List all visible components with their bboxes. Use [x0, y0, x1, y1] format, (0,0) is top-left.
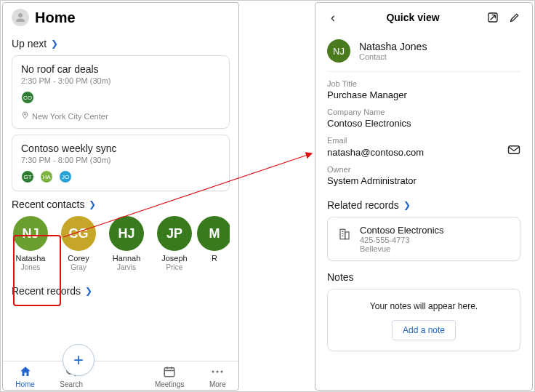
attendee-avatar: CO [21, 91, 34, 104]
field-label: Company Name [327, 108, 520, 116]
svg-point-8 [217, 371, 219, 373]
building-icon [337, 226, 353, 242]
field-job-title: Job Title Purchase Manager [327, 79, 520, 100]
contact-avatar: JP [157, 216, 192, 251]
tab-label: Search [60, 380, 83, 388]
field-value: Contoso Electronics [327, 118, 520, 129]
person-icon [14, 11, 27, 24]
pin-icon [21, 111, 29, 121]
contact-item-hannah[interactable]: HJ Hannah Jarvis [108, 216, 145, 272]
related-title: Contoso Electronics [360, 225, 444, 236]
field-label: Job Title [327, 79, 520, 88]
contact-item-natasha[interactable]: NJ Natasha Jones [12, 216, 49, 272]
tab-more[interactable]: More [209, 364, 226, 388]
svg-point-7 [212, 371, 214, 373]
contact-item-corey[interactable]: CG Corey Gray [60, 216, 97, 272]
plus-icon: + [73, 350, 84, 370]
tab-bar: + Home Search Meetings More [3, 361, 238, 390]
related-city: Bellevue [360, 244, 444, 253]
contact-header: NJ Natasha Jones Contact [327, 35, 520, 72]
contact-last: Jarvis [117, 263, 136, 272]
contact-last: Price [166, 263, 183, 272]
upnext-label: Up next [12, 38, 47, 49]
tab-label: Meetings [155, 380, 185, 388]
related-phone: 425-555-4773 [360, 236, 444, 244]
contact-avatar: M [197, 216, 230, 251]
field-value: natasha@contoso.com [327, 147, 424, 158]
home-screen: Home Up next ❯ No roof car deals 2:30 PM… [2, 2, 239, 391]
tab-label: More [209, 380, 226, 388]
home-header: Home [3, 3, 238, 31]
svg-rect-13 [345, 232, 349, 239]
related-record-card[interactable]: Contoso Electronics 425-555-4773 Bellevu… [327, 217, 520, 261]
contact-first: Hannah [113, 254, 141, 263]
contacts-row: NJ Natasha Jones CG Corey Gray HJ Hannah… [12, 216, 230, 272]
tab-meetings[interactable]: Meetings [155, 364, 185, 388]
notes-label: Notes [327, 271, 354, 283]
home-icon [18, 364, 33, 379]
add-button[interactable]: + [63, 344, 94, 376]
page-title: Home [35, 9, 76, 26]
field-value: Purchase Manager [327, 89, 520, 100]
recent-contacts-header[interactable]: Recent contacts ❯ [12, 199, 230, 210]
attendee-avatar: GT [21, 170, 34, 183]
field-label: Email [327, 136, 520, 145]
field-owner: Owner System Administrator [327, 165, 520, 186]
field-value: System Administrator [327, 175, 520, 186]
contact-first: R [212, 254, 217, 263]
contact-first: Natasha [16, 254, 46, 263]
upnext-header[interactable]: Up next ❯ [12, 38, 230, 49]
user-avatar[interactable] [12, 9, 29, 26]
chevron-right-icon: ❯ [85, 286, 92, 296]
meeting-time: 2:30 PM - 3:00 PM (30m) [21, 76, 220, 85]
quick-view-title: Quick view [347, 12, 478, 23]
contact-last: Jones [21, 263, 41, 272]
contact-avatar: NJ [13, 216, 48, 251]
notes-card: Your notes will appear here. Add a note [327, 289, 520, 351]
meeting-card[interactable]: Contoso weekly sync 7:30 PM - 8:00 PM (3… [12, 135, 230, 191]
recent-records-header[interactable]: Recent records ❯ [12, 285, 230, 297]
calendar-icon [162, 364, 177, 379]
contact-type: Contact [359, 52, 427, 61]
chevron-right-icon: ❯ [51, 39, 58, 49]
chevron-left-icon: ‹ [331, 10, 335, 25]
meeting-title: No roof car deals [21, 63, 220, 75]
related-label: Related records [327, 199, 399, 211]
chevron-right-icon: ❯ [89, 199, 96, 209]
svg-rect-11 [509, 146, 520, 154]
meeting-time: 7:30 PM - 8:00 PM (30m) [21, 156, 220, 164]
meeting-title: Contoso weekly sync [21, 143, 220, 154]
field-company: Company Name Contoso Electronics [327, 108, 520, 129]
related-records-header[interactable]: Related records ❯ [327, 199, 520, 211]
meeting-card[interactable]: No roof car deals 2:30 PM - 3:00 PM (30m… [12, 55, 230, 129]
location-text: New York City Center [32, 112, 108, 121]
quick-view-header: ‹ Quick view [315, 3, 532, 32]
field-label: Owner [327, 165, 520, 174]
quick-view-screen: ‹ Quick view NJ Natasha Jones Contact Jo… [315, 2, 533, 391]
add-note-button[interactable]: Add a note [392, 320, 456, 340]
open-external-icon [487, 12, 499, 23]
edit-button[interactable] [507, 10, 522, 25]
contact-item-joseph[interactable]: JP Joseph Price [156, 216, 193, 272]
more-icon [210, 364, 225, 379]
back-button[interactable]: ‹ [326, 10, 340, 25]
field-email: Email natasha@contoso.com [327, 136, 520, 158]
recent-records-label: Recent records [12, 285, 81, 297]
contact-avatar: NJ [327, 39, 350, 63]
contact-first: Corey [68, 254, 89, 263]
attendee-avatar: JO [59, 170, 72, 183]
meeting-location: New York City Center [21, 111, 220, 121]
pencil-icon [509, 12, 520, 23]
contact-name: Natasha Jones [359, 41, 427, 52]
open-button[interactable] [486, 10, 500, 25]
contact-first: Joseph [161, 254, 187, 263]
mail-icon[interactable] [507, 145, 520, 158]
recent-contacts-label: Recent contacts [12, 199, 84, 210]
svg-rect-3 [164, 368, 174, 377]
tab-home[interactable]: Home [15, 364, 35, 388]
chevron-right-icon: ❯ [403, 200, 411, 210]
contact-item-more[interactable]: M R [204, 216, 225, 272]
attendee-avatar: HA [40, 170, 53, 183]
notes-placeholder: Your notes will appear here. [337, 301, 511, 311]
svg-point-0 [24, 113, 25, 115]
